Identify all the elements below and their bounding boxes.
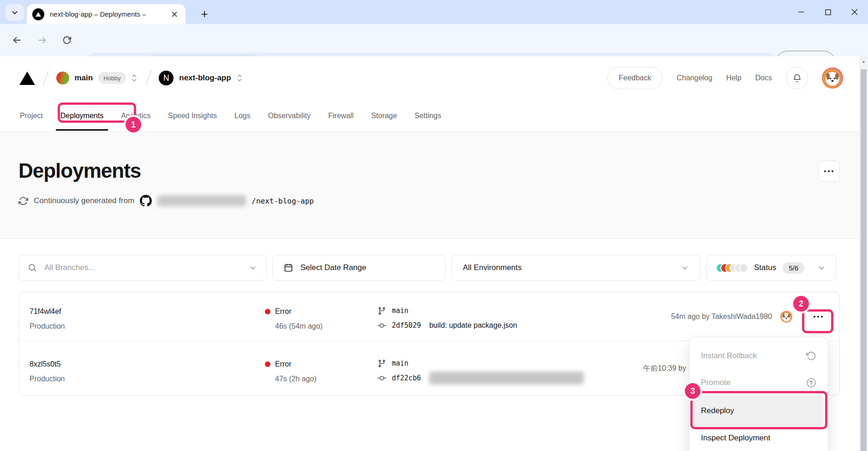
menu-item-redeploy[interactable]: Redeploy bbox=[694, 395, 824, 427]
forward-icon bbox=[37, 35, 47, 45]
tab-storage[interactable]: Storage bbox=[371, 100, 397, 132]
tab-project[interactable]: Project bbox=[20, 100, 43, 132]
search-icon bbox=[28, 264, 37, 272]
vercel-favicon-icon bbox=[32, 8, 44, 20]
tab-firewall[interactable]: Firewall bbox=[328, 100, 353, 132]
window-controls bbox=[788, 0, 868, 24]
user-avatar[interactable] bbox=[822, 67, 843, 89]
vercel-logo-icon[interactable] bbox=[19, 72, 35, 85]
chevron-down-icon bbox=[11, 9, 18, 16]
breadcrumb-divider bbox=[145, 71, 151, 85]
branch-name[interactable]: main bbox=[392, 307, 408, 315]
chevron-down-icon bbox=[817, 264, 826, 272]
deployment-meta-cell: 54m ago by TakeshiWada1980 bbox=[671, 292, 828, 341]
deployment-git-cell: main df22cb6 bbox=[377, 358, 584, 383]
git-branch-icon bbox=[377, 307, 386, 315]
tab-deployments[interactable]: Deployments bbox=[60, 100, 103, 132]
page-hero bbox=[0, 132, 868, 239]
status-text: Error bbox=[275, 359, 292, 369]
new-tab-button[interactable]: + bbox=[196, 6, 213, 22]
notifications-button[interactable] bbox=[786, 67, 808, 89]
tab-analytics[interactable]: Analytics bbox=[121, 100, 150, 132]
project-switcher-button[interactable] bbox=[236, 73, 243, 83]
tab-logs[interactable]: Logs bbox=[234, 100, 251, 132]
github-icon bbox=[140, 195, 152, 207]
tab-observability[interactable]: Observability bbox=[268, 100, 311, 132]
status-text: Error bbox=[275, 307, 292, 317]
commit-message-redacted bbox=[429, 372, 584, 385]
menu-item-label: Redeploy bbox=[701, 406, 734, 415]
menu-item-inspect-deployment[interactable]: Inspect Deployment bbox=[694, 427, 824, 450]
rollback-icon bbox=[806, 351, 816, 361]
author-avatar bbox=[780, 311, 792, 323]
page-scrollbar[interactable]: ▲ bbox=[859, 56, 868, 451]
team-avatar[interactable] bbox=[56, 72, 69, 84]
row-actions-context-menu: Instant Rollback Promote Redeploy Inspec… bbox=[689, 337, 828, 451]
sync-icon bbox=[18, 196, 28, 206]
chevron-updown-icon bbox=[131, 73, 138, 83]
browser-tab[interactable]: next-blog-app – Deployments – bbox=[27, 4, 186, 24]
commit-hash[interactable]: df22cb6 bbox=[392, 374, 421, 382]
plan-badge: Hobby bbox=[98, 72, 126, 84]
back-icon bbox=[12, 35, 22, 45]
scrollbar-thumb[interactable] bbox=[861, 69, 867, 451]
menu-item-instant-rollback[interactable]: Instant Rollback bbox=[694, 344, 824, 367]
team-switcher-button[interactable] bbox=[131, 73, 138, 83]
status-filter[interactable]: Status 5/6 bbox=[706, 255, 836, 281]
deployment-id[interactable]: 8xzl5s0t5 bbox=[30, 359, 65, 369]
repo-path[interactable]: /next-blog-app bbox=[251, 197, 314, 205]
row-actions-menu-button[interactable] bbox=[808, 310, 828, 324]
tab-settings[interactable]: Settings bbox=[414, 100, 441, 132]
tab-speed-insights[interactable]: Speed Insights bbox=[168, 100, 217, 132]
project-name[interactable]: next-blog-app bbox=[179, 73, 231, 83]
scrollbar-up-arrow[interactable]: ▲ bbox=[859, 59, 868, 64]
commit-message: build: update package.json bbox=[429, 321, 517, 330]
date-range-filter[interactable]: Select Date Range bbox=[272, 255, 446, 281]
commit-hash[interactable]: 2df5029 bbox=[392, 321, 421, 330]
branches-search-input[interactable] bbox=[44, 263, 249, 272]
page-menu-button[interactable] bbox=[818, 161, 840, 182]
date-range-label: Select Date Range bbox=[300, 263, 366, 272]
repo-owner-redacted bbox=[157, 195, 246, 206]
chevron-down-icon bbox=[681, 264, 689, 272]
tab-search-button[interactable] bbox=[6, 4, 24, 21]
tab-close-button[interactable] bbox=[169, 9, 180, 20]
status-label: Status bbox=[754, 263, 776, 272]
close-window-button[interactable] bbox=[841, 0, 868, 24]
menu-item-promote[interactable]: Promote bbox=[694, 371, 824, 394]
docs-link[interactable]: Docs bbox=[755, 74, 772, 82]
branches-filter[interactable] bbox=[18, 255, 267, 281]
browser-toolbar: vercel.com/ /next-blog-app/deployments G… bbox=[0, 24, 868, 56]
deployment-row[interactable]: 71f4wl4ef Production Error 46s (54m ago)… bbox=[19, 292, 839, 341]
feedback-button[interactable]: Feedback bbox=[607, 67, 663, 89]
menu-item-label: Promote bbox=[701, 378, 730, 387]
changelog-link[interactable]: Changelog bbox=[676, 74, 712, 82]
deployment-git-cell: main 2df5029 build: update package.json bbox=[377, 306, 517, 331]
error-status-icon bbox=[265, 361, 270, 367]
generated-from-label: Continuously generated from bbox=[34, 196, 134, 205]
deployment-id[interactable]: 71f4wl4ef bbox=[30, 307, 65, 317]
help-link[interactable]: Help bbox=[726, 74, 742, 82]
minimize-button[interactable] bbox=[788, 0, 814, 24]
project-nav: Project Deployments Analytics Speed Insi… bbox=[0, 100, 868, 132]
maximize-button[interactable] bbox=[814, 0, 841, 24]
nextjs-logo-icon[interactable]: N bbox=[159, 71, 174, 85]
minimize-icon bbox=[798, 9, 804, 15]
browser-window: next-blog-app – Deployments – + vercel.c… bbox=[0, 0, 868, 451]
bell-icon bbox=[792, 73, 802, 83]
deployment-status-cell: Error 46s (54m ago) bbox=[265, 307, 323, 331]
environments-filter[interactable]: All Environments bbox=[451, 255, 700, 281]
deployment-environment: Production bbox=[30, 374, 65, 384]
deployment-meta: 午前10:39 by bbox=[643, 364, 686, 373]
chevron-down-icon bbox=[249, 264, 257, 272]
branch-name[interactable]: main bbox=[392, 359, 408, 367]
reload-button[interactable] bbox=[59, 32, 75, 48]
back-button[interactable] bbox=[9, 32, 25, 48]
calendar-icon bbox=[284, 263, 293, 272]
tab-title: next-blog-app – Deployments – bbox=[50, 10, 151, 18]
forward-button[interactable] bbox=[34, 32, 50, 48]
deployment-status-cell: Error 47s (2h ago) bbox=[265, 359, 317, 384]
menu-item-label: Instant Rollback bbox=[701, 351, 757, 361]
team-name[interactable]: main bbox=[75, 73, 93, 83]
environments-label: All Environments bbox=[463, 263, 522, 272]
